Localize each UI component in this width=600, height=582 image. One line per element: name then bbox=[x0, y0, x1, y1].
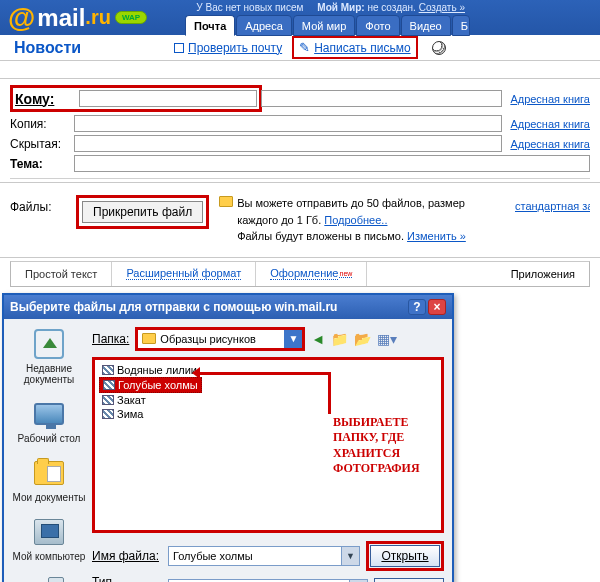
address-book-link-3[interactable]: Адресная книга bbox=[510, 138, 590, 150]
sidebar-network[interactable]: Сетевое bbox=[30, 574, 69, 583]
annotation-text: ВЫБИРАЕТЕ ПАПКУ, ГДЕ ХРАНИТСЯ ФОТОГРАФИЯ bbox=[333, 415, 433, 477]
dialog-title: Выберите файлы для отправки с помощью wi… bbox=[10, 300, 406, 314]
hidden-label: Скрытая: bbox=[10, 137, 74, 151]
filename-input[interactable]: Голубые холмы ▼ bbox=[168, 546, 360, 566]
sidebar-mydocs[interactable]: Мои документы bbox=[13, 456, 86, 503]
file-item-3[interactable]: Зима bbox=[99, 407, 202, 421]
checkbox-icon bbox=[174, 43, 184, 53]
dialog-toolbar: ◄ 📁 📂 ▦▾ bbox=[311, 331, 397, 347]
sidebar-recent-label: Недавние документы bbox=[12, 363, 86, 385]
logo-ru: .ru bbox=[85, 6, 111, 29]
new-badge: new bbox=[339, 270, 352, 278]
compose-label: Написать письмо bbox=[314, 41, 410, 55]
tab-attachments[interactable]: Приложения bbox=[497, 268, 589, 280]
editor-tabs: Простой текст Расширенный формат Оформле… bbox=[10, 261, 590, 287]
to-input[interactable] bbox=[79, 90, 257, 107]
folder-combo-icon bbox=[142, 333, 156, 344]
file-item-2[interactable]: Закат bbox=[99, 393, 202, 407]
file-item-1[interactable]: Голубые холмы bbox=[99, 377, 202, 393]
open-button[interactable]: Открыть bbox=[370, 545, 440, 567]
dialog-bottom: Имя файла: Голубые холмы ▼ Открыть Тип ф… bbox=[92, 541, 444, 583]
mypc-icon bbox=[34, 519, 64, 545]
to-label: Кому: bbox=[15, 91, 71, 107]
copy-input[interactable] bbox=[74, 115, 502, 132]
my-world-not-created: не создан. bbox=[367, 2, 416, 13]
folder-combo[interactable]: Образцы рисунков ▼ bbox=[135, 327, 305, 351]
annotation-arrow bbox=[200, 372, 328, 375]
tab-myworld[interactable]: Мой мир bbox=[293, 15, 355, 36]
tab-addresses[interactable]: Адреса bbox=[236, 15, 292, 36]
image-icon bbox=[102, 395, 114, 405]
file-item-0[interactable]: Водяные лилии bbox=[99, 363, 202, 377]
sidebar-recent[interactable]: Недавние документы bbox=[12, 327, 86, 385]
back-icon[interactable]: ◄ bbox=[311, 331, 325, 347]
file-dialog: Выберите файлы для отправки с помощью wi… bbox=[2, 293, 454, 583]
files-row: Файлы: Прикрепить файл Вы можете отправи… bbox=[0, 183, 600, 257]
tab-rich-text[interactable]: Расширенный формат bbox=[112, 262, 256, 286]
compose-link[interactable]: ✎ Написать письмо bbox=[292, 36, 417, 59]
chevron-down-icon: ▼ bbox=[284, 330, 302, 348]
image-icon bbox=[103, 380, 115, 390]
tab-video[interactable]: Видео bbox=[401, 15, 451, 36]
pen-icon: ✎ bbox=[299, 40, 310, 55]
files-info-change[interactable]: Изменить » bbox=[407, 230, 466, 242]
tab-design[interactable]: Оформлениеnew bbox=[256, 262, 367, 286]
subject-input[interactable] bbox=[74, 155, 590, 172]
app-header: @ mail .ru WAP У Вас нет новых писем Мой… bbox=[0, 0, 600, 35]
files-info-text2: Файлы будут вложены в письмо. bbox=[237, 230, 407, 242]
address-book-link-2[interactable]: Адресная книга bbox=[510, 118, 590, 130]
to-input-ext[interactable] bbox=[261, 90, 502, 107]
new-folder-icon[interactable]: 📂 bbox=[354, 331, 371, 347]
folder-label: Папка: bbox=[92, 332, 129, 346]
tab-mail[interactable]: Почта bbox=[185, 15, 235, 36]
dialog-sidebar: Недавние документы Рабочий стол Мои доку… bbox=[12, 327, 86, 583]
files-info-more[interactable]: Подробнее.. bbox=[324, 214, 387, 226]
compose-form: Кому: Адресная книга Копия: Адресная кни… bbox=[0, 79, 600, 183]
up-folder-icon[interactable]: 📁 bbox=[331, 331, 348, 347]
dialog-body: Недавние документы Рабочий стол Мои доку… bbox=[4, 319, 452, 583]
standard-upload-link[interactable]: стандартная заг bbox=[515, 195, 590, 212]
sidebar-mydocs-label: Мои документы bbox=[13, 492, 86, 503]
subject-label: Тема: bbox=[10, 157, 74, 171]
create-my-world-link[interactable]: Создать » bbox=[419, 2, 465, 13]
sidebar-mypc[interactable]: Мой компьютер bbox=[13, 515, 86, 562]
spacer bbox=[0, 61, 600, 79]
news-heading: Новости bbox=[14, 39, 174, 57]
chevron-down-icon: ▼ bbox=[341, 547, 359, 565]
sidebar-desktop[interactable]: Рабочий стол bbox=[18, 397, 81, 444]
folder-combo-value: Образцы рисунков bbox=[160, 333, 284, 345]
folder-row: Папка: Образцы рисунков ▼ ◄ 📁 📂 ▦▾ bbox=[92, 327, 444, 351]
dialog-close-button[interactable]: × bbox=[428, 299, 446, 315]
sidebar-mypc-label: Мой компьютер bbox=[13, 551, 86, 562]
no-new-mail: У Вас нет новых писем bbox=[196, 2, 303, 13]
logo-mail: mail bbox=[37, 4, 85, 32]
my-world-label: Мой Мир: bbox=[317, 2, 364, 13]
tab-photo[interactable]: Фото bbox=[356, 15, 399, 36]
tab-more[interactable]: Б bbox=[452, 15, 470, 36]
file-list[interactable]: Водяные лилии Голубые холмы Закат Зима В… bbox=[92, 357, 444, 533]
soccer-icon[interactable] bbox=[432, 41, 446, 55]
cancel-button[interactable]: Отмена bbox=[374, 578, 444, 583]
header-status: У Вас нет новых писем Мой Мир: не создан… bbox=[196, 2, 465, 13]
dialog-titlebar[interactable]: Выберите файлы для отправки с помощью wi… bbox=[4, 295, 452, 319]
wap-badge: WAP bbox=[115, 11, 147, 24]
dialog-main: Папка: Образцы рисунков ▼ ◄ 📁 📂 ▦▾ Водян… bbox=[92, 327, 444, 583]
open-highlight: Открыть bbox=[366, 541, 444, 571]
address-book-link-1[interactable]: Адресная книга bbox=[510, 93, 590, 105]
check-mail-label: Проверить почту bbox=[188, 41, 282, 55]
main-tabs: Почта Адреса Мой мир Фото Видео Б bbox=[185, 15, 471, 36]
image-icon bbox=[102, 409, 114, 419]
logo[interactable]: @ mail .ru WAP bbox=[8, 2, 147, 34]
folder-icon bbox=[219, 196, 233, 207]
dialog-help-button[interactable]: ? bbox=[408, 299, 426, 315]
copy-label: Копия: bbox=[10, 117, 74, 131]
attach-button[interactable]: Прикрепить файл bbox=[82, 201, 203, 223]
hidden-input[interactable] bbox=[74, 135, 502, 152]
check-mail-link[interactable]: Проверить почту bbox=[174, 41, 282, 55]
attach-highlight: Прикрепить файл bbox=[76, 195, 209, 229]
tab-plain-text[interactable]: Простой текст bbox=[11, 262, 112, 286]
files-label: Файлы: bbox=[10, 195, 66, 214]
views-icon[interactable]: ▦▾ bbox=[377, 331, 397, 347]
files-info: Вы можете отправить до 50 файлов, размер… bbox=[219, 195, 505, 245]
filetype-select[interactable]: All types ▼ bbox=[168, 579, 368, 583]
